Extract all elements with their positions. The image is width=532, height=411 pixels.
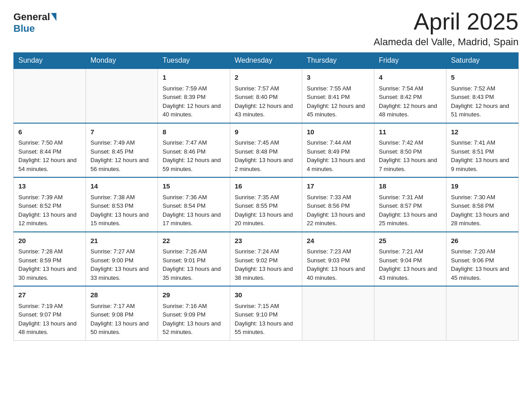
day-number: 23 [235, 236, 297, 246]
day-number: 16 [235, 181, 297, 192]
day-number: 5 [451, 73, 514, 83]
day-number: 26 [451, 236, 514, 246]
calendar-cell: 23Sunrise: 7:24 AMSunset: 9:02 PMDayligh… [230, 232, 302, 287]
calendar-cell: 29Sunrise: 7:16 AMSunset: 9:09 PMDayligh… [158, 286, 230, 340]
calendar-cell [446, 286, 519, 340]
day-number: 14 [90, 181, 153, 192]
day-number: 9 [235, 127, 297, 137]
day-number: 17 [307, 181, 369, 192]
day-info: Sunrise: 7:23 AMSunset: 9:03 PMDaylight:… [307, 247, 369, 282]
calendar-cell: 10Sunrise: 7:44 AMSunset: 8:49 PMDayligh… [302, 123, 374, 178]
day-info: Sunrise: 7:38 AMSunset: 8:53 PMDaylight:… [90, 193, 153, 228]
logo: General Blue [13, 9, 57, 34]
day-number: 19 [451, 181, 514, 192]
logo-arrow-icon [51, 13, 56, 21]
day-number: 12 [451, 127, 514, 137]
day-info: Sunrise: 7:26 AMSunset: 9:01 PMDaylight:… [163, 247, 225, 282]
calendar-header: SundayMondayTuesdayWednesdayThursdayFrid… [14, 53, 519, 69]
day-info: Sunrise: 7:15 AMSunset: 9:10 PMDaylight:… [235, 302, 297, 337]
day-info: Sunrise: 7:16 AMSunset: 9:09 PMDaylight:… [163, 302, 225, 337]
day-info: Sunrise: 7:41 AMSunset: 8:51 PMDaylight:… [451, 138, 514, 173]
day-number: 29 [163, 290, 225, 300]
calendar-cell: 19Sunrise: 7:30 AMSunset: 8:58 PMDayligh… [446, 177, 519, 232]
day-info: Sunrise: 7:27 AMSunset: 9:00 PMDaylight:… [90, 247, 153, 282]
calendar-cell [374, 286, 446, 340]
day-number: 11 [379, 127, 442, 137]
day-info: Sunrise: 7:20 AMSunset: 9:06 PMDaylight:… [451, 247, 514, 282]
header-row: SundayMondayTuesdayWednesdayThursdayFrid… [14, 53, 519, 69]
day-info: Sunrise: 7:50 AMSunset: 8:44 PMDaylight:… [18, 138, 81, 173]
calendar-row: 1Sunrise: 7:59 AMSunset: 8:39 PMDaylight… [14, 68, 519, 123]
calendar-cell: 24Sunrise: 7:23 AMSunset: 9:03 PMDayligh… [302, 232, 374, 287]
day-info: Sunrise: 7:30 AMSunset: 8:58 PMDaylight:… [451, 193, 514, 228]
header-cell-thursday: Thursday [302, 53, 374, 69]
day-info: Sunrise: 7:42 AMSunset: 8:50 PMDaylight:… [379, 138, 442, 173]
day-info: Sunrise: 7:45 AMSunset: 8:48 PMDaylight:… [235, 138, 297, 173]
day-info: Sunrise: 7:33 AMSunset: 8:56 PMDaylight:… [307, 193, 369, 228]
header-cell-sunday: Sunday [14, 53, 86, 69]
calendar-body: 1Sunrise: 7:59 AMSunset: 8:39 PMDaylight… [14, 68, 519, 340]
page-subtitle: Alameda del Valle, Madrid, Spain [373, 36, 519, 48]
day-info: Sunrise: 7:19 AMSunset: 9:07 PMDaylight:… [18, 302, 81, 337]
calendar-cell: 21Sunrise: 7:27 AMSunset: 9:00 PMDayligh… [86, 232, 158, 287]
day-info: Sunrise: 7:24 AMSunset: 9:02 PMDaylight:… [235, 247, 297, 282]
day-number: 4 [379, 73, 442, 83]
calendar-cell: 30Sunrise: 7:15 AMSunset: 9:10 PMDayligh… [230, 286, 302, 340]
day-number: 3 [307, 73, 369, 83]
calendar-cell: 16Sunrise: 7:35 AMSunset: 8:55 PMDayligh… [230, 177, 302, 232]
calendar-row: 27Sunrise: 7:19 AMSunset: 9:07 PMDayligh… [14, 286, 519, 340]
header-cell-friday: Friday [374, 53, 446, 69]
day-number: 28 [90, 290, 153, 300]
calendar-cell: 25Sunrise: 7:21 AMSunset: 9:04 PMDayligh… [374, 232, 446, 287]
calendar-cell: 11Sunrise: 7:42 AMSunset: 8:50 PMDayligh… [374, 123, 446, 178]
calendar-cell: 6Sunrise: 7:50 AMSunset: 8:44 PMDaylight… [14, 123, 86, 178]
calendar-row: 20Sunrise: 7:28 AMSunset: 8:59 PMDayligh… [14, 232, 519, 287]
calendar-cell [302, 286, 374, 340]
header-cell-wednesday: Wednesday [230, 53, 302, 69]
calendar-cell: 8Sunrise: 7:47 AMSunset: 8:46 PMDaylight… [158, 123, 230, 178]
calendar-cell: 17Sunrise: 7:33 AMSunset: 8:56 PMDayligh… [302, 177, 374, 232]
day-info: Sunrise: 7:21 AMSunset: 9:04 PMDaylight:… [379, 247, 442, 282]
calendar-cell: 22Sunrise: 7:26 AMSunset: 9:01 PMDayligh… [158, 232, 230, 287]
page-header: General Blue April 2025 Alameda del Vall… [13, 9, 519, 48]
day-info: Sunrise: 7:39 AMSunset: 8:52 PMDaylight:… [18, 193, 81, 228]
day-number: 10 [307, 127, 369, 137]
day-number: 27 [18, 290, 81, 300]
calendar-cell: 27Sunrise: 7:19 AMSunset: 9:07 PMDayligh… [14, 286, 86, 340]
calendar-cell: 14Sunrise: 7:38 AMSunset: 8:53 PMDayligh… [86, 177, 158, 232]
header-cell-monday: Monday [86, 53, 158, 69]
day-number: 20 [18, 236, 81, 246]
logo-blue-text: Blue [13, 23, 35, 34]
day-info: Sunrise: 7:54 AMSunset: 8:42 PMDaylight:… [379, 84, 442, 119]
calendar-cell [14, 68, 86, 123]
header-cell-saturday: Saturday [446, 53, 519, 69]
day-number: 8 [163, 127, 225, 137]
calendar-cell: 13Sunrise: 7:39 AMSunset: 8:52 PMDayligh… [14, 177, 86, 232]
day-number: 18 [379, 181, 442, 192]
day-number: 25 [379, 236, 442, 246]
day-number: 30 [235, 290, 297, 300]
calendar-cell: 3Sunrise: 7:55 AMSunset: 8:41 PMDaylight… [302, 68, 374, 123]
calendar-cell: 15Sunrise: 7:36 AMSunset: 8:54 PMDayligh… [158, 177, 230, 232]
day-info: Sunrise: 7:59 AMSunset: 8:39 PMDaylight:… [163, 84, 225, 119]
calendar-cell: 5Sunrise: 7:52 AMSunset: 8:43 PMDaylight… [446, 68, 519, 123]
calendar-cell: 4Sunrise: 7:54 AMSunset: 8:42 PMDaylight… [374, 68, 446, 123]
calendar-cell: 28Sunrise: 7:17 AMSunset: 9:08 PMDayligh… [86, 286, 158, 340]
day-info: Sunrise: 7:31 AMSunset: 8:57 PMDaylight:… [379, 193, 442, 228]
calendar-cell: 26Sunrise: 7:20 AMSunset: 9:06 PMDayligh… [446, 232, 519, 287]
day-info: Sunrise: 7:55 AMSunset: 8:41 PMDaylight:… [307, 84, 369, 119]
day-number: 21 [90, 236, 153, 246]
day-info: Sunrise: 7:44 AMSunset: 8:49 PMDaylight:… [307, 138, 369, 173]
day-info: Sunrise: 7:47 AMSunset: 8:46 PMDaylight:… [163, 138, 225, 173]
day-number: 15 [163, 181, 225, 192]
day-number: 2 [235, 73, 297, 83]
day-number: 13 [18, 181, 81, 192]
day-info: Sunrise: 7:49 AMSunset: 8:45 PMDaylight:… [90, 138, 153, 173]
day-number: 7 [90, 127, 153, 137]
calendar-row: 6Sunrise: 7:50 AMSunset: 8:44 PMDaylight… [14, 123, 519, 178]
calendar-cell: 20Sunrise: 7:28 AMSunset: 8:59 PMDayligh… [14, 232, 86, 287]
day-info: Sunrise: 7:35 AMSunset: 8:55 PMDaylight:… [235, 193, 297, 228]
calendar-cell: 18Sunrise: 7:31 AMSunset: 8:57 PMDayligh… [374, 177, 446, 232]
calendar-cell: 2Sunrise: 7:57 AMSunset: 8:40 PMDaylight… [230, 68, 302, 123]
calendar-row: 13Sunrise: 7:39 AMSunset: 8:52 PMDayligh… [14, 177, 519, 232]
